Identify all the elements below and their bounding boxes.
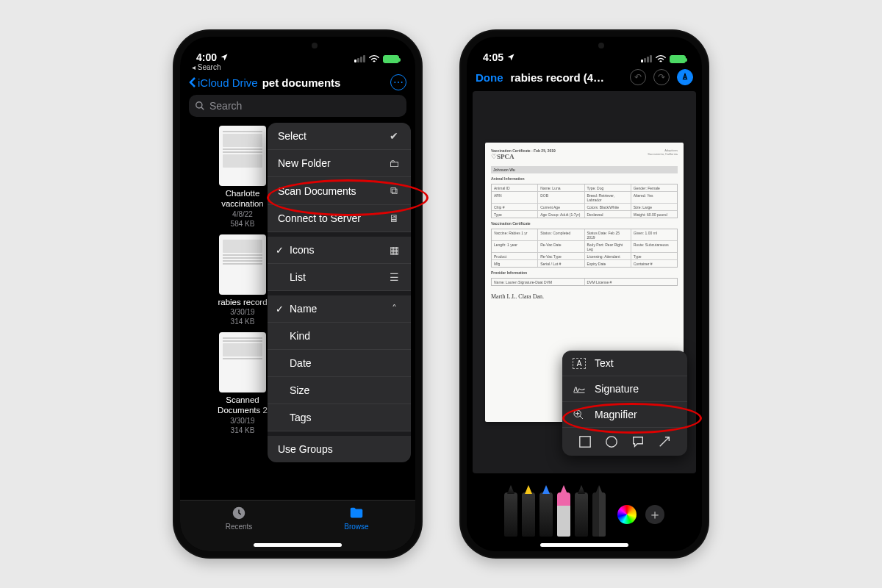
status-time: 4:00 (196, 51, 217, 63)
notch (537, 37, 632, 56)
markup-add-menu: A Text Signature Magnifier (562, 351, 687, 456)
add-button[interactable]: ＋ (645, 505, 664, 524)
menu-sort-date[interactable]: Date (268, 350, 411, 377)
checkmark-icon: ✓ (273, 245, 285, 256)
menu-label: Signature (595, 383, 639, 395)
nav-bar: iCloud Drive pet documents ⋯ (180, 71, 415, 95)
screen-right: 4:05 Done rabies record (4… ↶ ↷ (467, 37, 702, 551)
chevron-left-icon (189, 76, 196, 88)
scan-icon: ⧉ (387, 184, 401, 197)
file-name: rabies record (209, 298, 276, 308)
menu-label: Magnifier (595, 409, 637, 420)
file-name: Charlotte vaccination (209, 189, 276, 209)
markup-shapes-row (562, 428, 687, 456)
file-thumbnail (219, 332, 266, 392)
search-icon (195, 101, 205, 111)
home-indicator[interactable] (540, 543, 628, 547)
markup-nav-bar: Done rabies record (4… ↶ ↷ (467, 65, 702, 91)
undo-button[interactable]: ↶ (630, 69, 646, 85)
menu-sort-tags[interactable]: Tags (268, 404, 411, 431)
file-thumbnail (219, 126, 266, 186)
shape-square[interactable] (578, 435, 592, 448)
doc-signature: Marth L.L. Clara Dan. (491, 293, 678, 300)
back-label: iCloud Drive (198, 76, 258, 89)
menu-scan-documents[interactable]: Scan Documents⧉ (268, 177, 411, 205)
markup-icon (681, 73, 689, 82)
folder-title: pet documents (262, 76, 341, 89)
wifi-icon (655, 54, 667, 63)
context-menu: Select✔︎ New Folder🗀 Scan Documents⧉ Con… (268, 123, 411, 462)
check-circle-icon: ✔︎ (387, 130, 401, 142)
screen-left: 4:00 ◂ Search iCloud Drive pet documents… (180, 37, 415, 551)
lasso-tool[interactable] (575, 492, 588, 537)
cellular-icon (641, 55, 652, 62)
file-name: Scanned Documents 2 (209, 395, 276, 416)
menu-use-groups[interactable]: Use Groups (268, 436, 411, 462)
menu-label: Text (595, 357, 614, 369)
server-icon: 🖥 (387, 212, 401, 224)
folder-icon (348, 505, 365, 521)
menu-sort-size[interactable]: Size (268, 377, 411, 404)
more-button[interactable]: ⋯ (390, 74, 406, 90)
markup-toggle-button[interactable] (677, 69, 693, 85)
file-grid-area: Charlotte vaccination 4/8/22 584 KB rabi… (180, 123, 415, 500)
iphone-right: 4:05 Done rabies record (4… ↶ ↷ (459, 29, 709, 559)
signature-icon (573, 384, 586, 394)
tab-label: Recents (226, 523, 253, 531)
markup-text[interactable]: A Text (562, 351, 687, 376)
shape-circle[interactable] (605, 435, 618, 448)
location-icon (506, 53, 515, 62)
done-button[interactable]: Done (476, 71, 503, 84)
status-time: 4:05 (483, 51, 503, 63)
battery-icon (383, 55, 399, 63)
eraser-tool[interactable] (557, 492, 570, 537)
search-input[interactable]: Search (189, 95, 406, 117)
grid-icon: ▦ (387, 244, 401, 256)
magnifier-icon (573, 409, 586, 420)
list-icon: ☰ (387, 271, 401, 283)
menu-view-list[interactable]: List☰ (268, 264, 411, 291)
chevron-up-icon: ˄ (387, 303, 401, 315)
document-title: rabies record (4… (511, 71, 623, 84)
highlighter-tool[interactable] (522, 492, 535, 537)
menu-new-folder[interactable]: New Folder🗀 (268, 150, 411, 177)
svg-point-4 (606, 437, 617, 447)
wifi-icon (368, 54, 380, 63)
iphone-left: 4:00 ◂ Search iCloud Drive pet documents… (173, 29, 423, 559)
menu-sort-kind[interactable]: Kind (268, 323, 411, 350)
menu-select[interactable]: Select✔︎ (268, 123, 411, 150)
back-button[interactable]: iCloud Drive (189, 76, 258, 89)
redo-button[interactable]: ↷ (653, 69, 670, 85)
doc-org: SPCA (497, 153, 514, 160)
tab-label: Browse (344, 523, 368, 531)
svg-point-0 (196, 102, 202, 108)
clock-icon (231, 505, 247, 521)
home-indicator[interactable] (254, 543, 342, 547)
menu-view-icons[interactable]: ✓Icons▦ (268, 237, 411, 264)
menu-sort-name[interactable]: ✓Name˄ (268, 295, 411, 323)
marker-tool[interactable] (539, 492, 553, 537)
markup-signature[interactable]: Signature (562, 376, 687, 402)
cellular-icon (354, 55, 365, 62)
markup-magnifier[interactable]: Magnifier (562, 402, 687, 428)
shape-arrow[interactable] (658, 435, 671, 448)
shape-speech[interactable] (631, 435, 645, 448)
search-placeholder: Search (209, 100, 242, 112)
checkmark-icon: ✓ (273, 304, 285, 315)
color-picker[interactable] (617, 505, 637, 524)
pen-tool[interactable] (504, 492, 517, 537)
ruler-tool[interactable] (592, 492, 606, 537)
battery-icon (670, 55, 686, 63)
folder-plus-icon: 🗀 (387, 157, 401, 169)
file-thumbnail (219, 234, 266, 295)
menu-connect-server[interactable]: Connect to Server🖥 (268, 205, 411, 232)
svg-rect-3 (580, 437, 590, 447)
back-to-search[interactable]: ◂ Search (180, 63, 415, 71)
text-icon: A (573, 358, 586, 369)
location-icon (220, 53, 229, 62)
markup-toolbar: ＋ (467, 478, 702, 551)
notch (250, 37, 345, 56)
